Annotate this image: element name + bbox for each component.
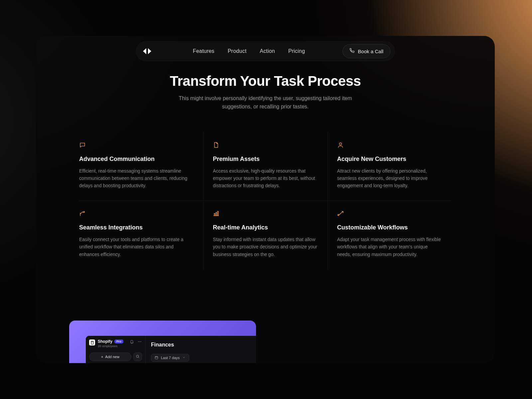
preview-main: Finances Last 7 days	[146, 336, 256, 363]
plan-badge: Pro	[114, 339, 123, 343]
path-icon	[337, 210, 442, 218]
feature-title: Premium Assets	[213, 156, 318, 163]
feature-desc: Access exclusive, high-quality resources…	[213, 167, 318, 189]
feature-desc: Attract new clients by offering personal…	[337, 167, 442, 189]
search-button[interactable]	[133, 352, 142, 361]
app-preview-window: Shopify Pro 20 employees	[86, 336, 256, 363]
feature-title: Seamless Integrations	[79, 224, 194, 231]
nav-item-features[interactable]: Features	[193, 48, 214, 54]
bell-icon[interactable]	[130, 339, 134, 345]
svg-point-6	[139, 341, 140, 342]
search-icon	[136, 354, 140, 359]
svg-point-7	[141, 341, 141, 342]
user-icon	[337, 142, 442, 150]
svg-point-8	[136, 355, 139, 357]
nav-item-pricing[interactable]: Pricing	[288, 48, 305, 54]
preview-sidebar: Shopify Pro 20 employees	[86, 336, 146, 363]
hero-title: Transform Your Task Process	[36, 73, 495, 89]
feature-title: Real-time Analytics	[213, 224, 318, 231]
calendar-icon	[155, 356, 158, 360]
barchart-icon	[213, 210, 318, 218]
book-call-label: Book a Call	[358, 49, 383, 54]
hero: Transform Your Task Process This might i…	[36, 73, 495, 111]
feature-seamless-integrations: Seamless Integrations Easily connect you…	[79, 200, 203, 269]
file-icon	[213, 142, 318, 150]
book-call-button[interactable]: Book a Call	[342, 44, 390, 58]
feature-advanced-communication: Advanced Communication Efficient, real-t…	[79, 132, 203, 200]
plus-icon: +	[101, 355, 103, 359]
feature-title: Advanced Communication	[79, 156, 194, 163]
feature-desc: Adapt your task management process with …	[337, 236, 442, 258]
feature-realtime-analytics: Real-time Analytics Stay informed with i…	[203, 200, 327, 269]
date-range-picker[interactable]: Last 7 days	[151, 354, 189, 362]
feature-acquire-customers: Acquire New Customers Attract new client…	[328, 132, 452, 200]
svg-rect-3	[217, 211, 218, 216]
app-preview: Shopify Pro 20 employees	[69, 321, 256, 363]
svg-rect-1	[214, 213, 215, 216]
feature-customizable-workflows: Customizable Workflows Adapt your task m…	[328, 200, 452, 269]
svg-rect-9	[155, 356, 158, 359]
svg-rect-2	[216, 212, 217, 216]
add-new-button[interactable]: + Add new	[89, 352, 131, 361]
chat-icon	[79, 142, 194, 150]
feature-desc: Stay informed with instant data updates …	[213, 236, 318, 258]
add-new-label: Add new	[105, 355, 119, 359]
phone-icon	[349, 48, 354, 54]
hero-subtitle-line2: suggestions, or recalling prior tastes.	[222, 104, 309, 109]
date-range-label: Last 7 days	[161, 356, 180, 360]
feature-desc: Efficient, real-time messaging systems s…	[79, 167, 192, 189]
feature-desc: Easily connect your tools and platforms …	[79, 236, 192, 258]
nav-item-action[interactable]: Action	[260, 48, 275, 54]
svg-point-5	[138, 341, 139, 342]
share-icon	[79, 210, 194, 218]
workspace-avatar-icon	[89, 339, 95, 345]
svg-point-0	[339, 143, 341, 145]
preview-section-title: Finances	[151, 342, 251, 348]
feature-premium-assets: Premium Assets Access exclusive, high-qu…	[203, 132, 327, 200]
hero-subtitle-line1: This might involve personally identifyin…	[179, 95, 352, 101]
main-card: Features Product Action Pricing Book a C…	[36, 36, 495, 363]
top-nav: Features Product Action Pricing Book a C…	[136, 41, 395, 61]
feature-title: Acquire New Customers	[337, 156, 442, 163]
features-grid: Advanced Communication Efficient, real-t…	[79, 132, 452, 269]
feature-title: Customizable Workflows	[337, 224, 442, 231]
brand-logo-icon	[142, 47, 153, 56]
more-icon[interactable]	[137, 339, 142, 345]
nav-item-product[interactable]: Product	[228, 48, 247, 54]
workspace-subtitle: 20 employees	[98, 344, 123, 348]
workspace-name: Shopify	[98, 339, 112, 344]
chevron-down-icon	[182, 356, 186, 360]
